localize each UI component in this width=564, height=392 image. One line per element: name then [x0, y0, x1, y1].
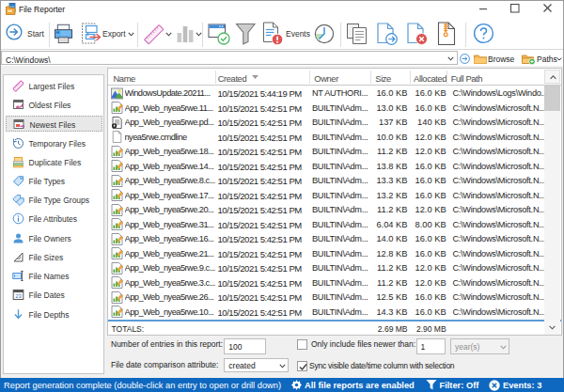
svg-text:23: 23	[15, 293, 22, 299]
